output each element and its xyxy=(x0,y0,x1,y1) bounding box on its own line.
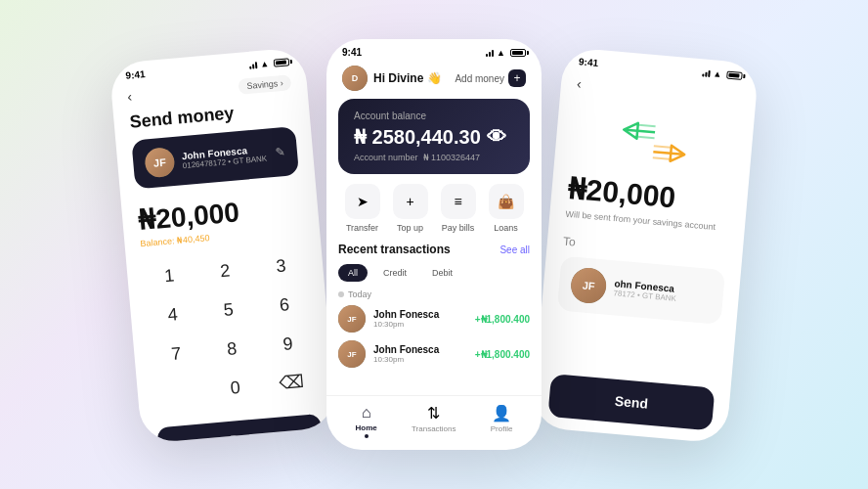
trans-time-2: 10:30pm xyxy=(373,355,467,364)
filter-credit[interactable]: Credit xyxy=(373,264,416,282)
nav-profile[interactable]: 👤 Profile xyxy=(491,404,513,438)
date-dot xyxy=(338,291,344,297)
account-number: Account number ₦ 1100326447 xyxy=(354,153,514,162)
nav-transactions[interactable]: ⇅ Transactions xyxy=(412,404,456,438)
trans-amount-2: +₦1,800.400 xyxy=(475,349,530,360)
right-arrows xyxy=(653,144,685,162)
status-bar-mid: 9:41 ▲ xyxy=(326,39,542,62)
trans-avatar-2: JF xyxy=(338,340,366,368)
mid-phone: 9:41 ▲ D Hi Divine 👋 xyxy=(326,39,542,450)
eye-icon[interactable]: 👁 xyxy=(487,126,506,149)
transfer-icon: ➤ xyxy=(345,184,380,219)
edit-icon[interactable]: ✎ xyxy=(275,145,285,159)
nav-profile-label: Profile xyxy=(491,424,513,433)
right-phone: 9:41 ▲ ‹ xyxy=(531,47,759,444)
right-recipient-avatar: JF xyxy=(570,266,608,304)
transactions-section: Recent transactions See all All Credit D… xyxy=(326,243,542,395)
balance-card-label: Account balance xyxy=(354,111,514,121)
transactions-icon: ⇅ xyxy=(427,404,440,422)
status-icons-mid: ▲ xyxy=(486,48,526,58)
profile-icon: 👤 xyxy=(492,404,511,422)
key-2[interactable]: 2 xyxy=(197,251,252,291)
loans-label: Loans xyxy=(494,223,518,233)
bottom-nav: ⌂ Home ⇅ Transactions 👤 Profile xyxy=(326,395,542,450)
transactions-header: Recent transactions See all xyxy=(338,243,530,256)
transfer-label: Transfer xyxy=(346,223,378,233)
add-money-button[interactable]: Add money + xyxy=(455,69,526,87)
loans-button[interactable]: 👜 Loans xyxy=(489,184,524,233)
key-8[interactable]: 8 xyxy=(204,329,259,369)
paybills-label: Pay bills xyxy=(442,223,475,233)
balance-value: ₦ 2580,440.30 xyxy=(354,125,481,149)
transaction-item-2: JF John Fonesca 10:30pm +₦1,800.400 xyxy=(338,340,530,368)
back-button-left[interactable]: ‹ xyxy=(127,88,133,104)
proceed-button[interactable]: Pro xyxy=(156,414,324,444)
nav-home[interactable]: ⌂ Home xyxy=(356,404,377,438)
topup-label: Top up xyxy=(397,223,423,233)
topup-icon: + xyxy=(393,184,428,219)
filter-all[interactable]: All xyxy=(338,264,368,282)
right-recipient-details: ohn Fonesca 78172 • GT BANK xyxy=(613,278,677,303)
topup-button[interactable]: + Top up xyxy=(393,184,428,233)
key-7[interactable]: 7 xyxy=(149,333,203,374)
wifi-icon: ▲ xyxy=(260,59,270,69)
add-money-label: Add money xyxy=(455,73,504,84)
key-4[interactable]: 4 xyxy=(146,294,200,334)
status-time-mid: 9:41 xyxy=(342,47,362,58)
recipient-info: JF John Fonesca 0126478172 • GT BANK xyxy=(144,139,268,179)
status-time-right: 9:41 xyxy=(579,56,599,68)
svg-line-1 xyxy=(626,130,655,133)
account-number-value: ₦ 1100326447 xyxy=(423,153,481,162)
see-all-link[interactable]: See all xyxy=(499,244,530,255)
add-icon: + xyxy=(508,69,526,87)
recipient-face: JF xyxy=(144,147,176,179)
signal-icon xyxy=(249,61,258,69)
key-0[interactable]: 0 xyxy=(208,368,263,408)
savings-badge[interactable]: Savings › xyxy=(239,74,292,95)
paybills-button[interactable]: ≡ Pay bills xyxy=(441,184,476,233)
svg-line-5 xyxy=(653,152,682,155)
filter-tabs: All Credit Debit xyxy=(338,264,530,282)
action-buttons: ➤ Transfer + Top up ≡ Pay bills 👜 Loans xyxy=(326,184,542,243)
trans-details-1: John Fonesca 10:30pm xyxy=(373,309,467,329)
trans-name-1: John Fonesca xyxy=(373,309,467,320)
mid-header: D Hi Divine 👋 Add money + xyxy=(326,62,542,99)
greeting-text: Hi Divine 👋 xyxy=(373,71,442,85)
nav-transactions-label: Transactions xyxy=(412,424,456,433)
left-phone: 9:41 ▲ ‹ Savings › Send money xyxy=(108,47,336,444)
battery-icon xyxy=(274,58,290,67)
key-6[interactable]: 6 xyxy=(257,285,312,325)
paybills-icon: ≡ xyxy=(441,184,476,219)
transactions-title: Recent transactions xyxy=(338,243,451,256)
recipient-details: John Fonesca 0126478172 • GT BANK xyxy=(181,144,267,170)
signal-icon-mid xyxy=(486,49,494,57)
status-icons-left: ▲ xyxy=(249,57,290,70)
back-button-right[interactable]: ‹ xyxy=(576,75,582,91)
trans-details-2: John Fonesca 10:30pm xyxy=(373,344,467,364)
trans-time-1: 10:30pm xyxy=(373,320,467,329)
key-5[interactable]: 5 xyxy=(201,289,256,330)
status-icons-right: ▲ xyxy=(702,67,743,81)
wifi-icon-mid: ▲ xyxy=(497,48,505,58)
key-backspace[interactable]: ⌫ xyxy=(264,363,319,403)
battery-icon-right xyxy=(726,70,743,79)
wifi-icon-right: ▲ xyxy=(713,68,722,79)
left-arrows xyxy=(623,122,655,141)
signal-icon-right xyxy=(702,68,711,77)
key-1[interactable]: 1 xyxy=(142,256,196,296)
send-button[interactable]: Send xyxy=(547,374,715,430)
key-3[interactable]: 3 xyxy=(253,246,308,287)
balance-card: Account balance ₦ 2580,440.30 👁 Account … xyxy=(338,99,530,174)
date-label: Today xyxy=(338,289,530,299)
status-time-left: 9:41 xyxy=(125,68,146,81)
battery-icon-mid xyxy=(510,49,526,57)
key-empty xyxy=(152,373,207,413)
balance-amount: ₦ 2580,440.30 👁 xyxy=(354,125,514,149)
user-greeting: D Hi Divine 👋 xyxy=(342,66,442,91)
trans-amount-1: +₦1,800.400 xyxy=(475,314,530,325)
transfer-animation xyxy=(613,113,695,174)
user-avatar: D xyxy=(342,66,368,91)
filter-debit[interactable]: Debit xyxy=(422,264,462,282)
transfer-button[interactable]: ➤ Transfer xyxy=(345,184,380,233)
key-9[interactable]: 9 xyxy=(260,324,315,364)
